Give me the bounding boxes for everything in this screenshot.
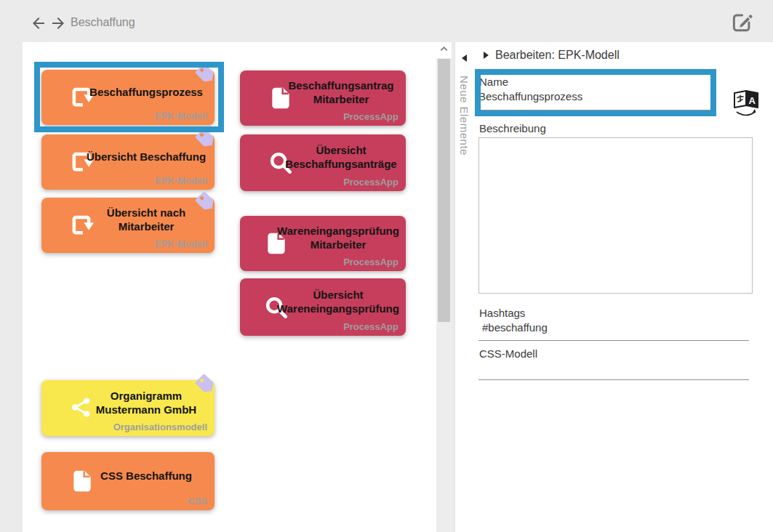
edit-pencil-square-icon [729,26,754,37]
name-input-underline [478,110,711,110]
name-input[interactable] [478,90,709,102]
css-modell-input[interactable] [478,360,749,373]
arrow-right-icon [49,23,67,34]
collapse-left-icon[interactable] [462,55,467,62]
translate-icon: A [730,113,762,124]
scrollbar-thumb[interactable] [438,59,450,322]
tile-uebersicht-beschaffung[interactable]: Übersicht Beschaffung EPK-Modell [41,134,215,190]
svg-text:A: A [749,95,756,106]
tile-type-label: CSS [188,496,207,507]
description-label: Beschreibung [479,122,546,134]
name-label: Name [479,76,508,88]
tile-css-beschaffung[interactable]: CSS Beschaffung CSS [41,452,215,510]
expand-right-icon[interactable] [484,52,489,59]
scroll-up-button[interactable] [436,42,452,58]
css-modell-input-underline [478,379,749,380]
tile-type-label: ProcessApp [343,321,398,332]
tile-type-label: Organisationsmodell [113,422,207,432]
tile-type-label: EPK-Modell [155,110,207,121]
tile-type-label: EPK-Modell [155,175,207,186]
panel-title: Bearbeiten: EPK-Modell [495,49,620,62]
panel-header: Bearbeiten: EPK-Modell [484,49,620,62]
diagram-canvas[interactable]: Beschaffungsprozess EPK-Modell Übersicht… [23,42,436,532]
edit-button[interactable] [729,10,755,35]
back-button[interactable] [30,15,47,32]
vertical-scrollbar[interactable] [436,42,452,532]
topbar: Beschaffung [0,0,773,42]
forward-button[interactable] [49,15,67,32]
tile-organigramm-mustermann[interactable]: Organigramm Mustermann GmbH Organisation… [41,380,215,436]
tile-title: Übersicht Wareneingangsprüfung [273,278,403,326]
tile-title: CSS Beschaffung [81,452,212,500]
hashtags-input-underline [478,340,749,341]
tile-beschaffungsprozess[interactable]: Beschaffungsprozess EPK-Modell [41,70,215,125]
tile-uebersicht-wareneingangspruefung[interactable]: Übersicht Wareneingangsprüfung ProcessAp… [240,278,406,336]
tile-uebersicht-beschaffungsantraege[interactable]: Übersicht Beschaffungsanträge ProcessApp [240,134,406,191]
css-modell-label: CSS-Modell [479,347,537,360]
tile-title: Wareneingangsprüfung Mitarbeiter [273,216,403,261]
tile-title: Beschaffungsantrag Mitarbeiter [279,70,403,116]
tile-title: Übersicht Beschaffungsanträge [279,134,403,181]
edit-panel: Bearbeiten: EPK-Modell Name A Beschreibu… [475,42,773,532]
hashtags-input[interactable] [478,321,749,334]
tile-type-label: ProcessApp [343,177,398,188]
arrow-left-icon [30,23,47,34]
app-window: Beschaffung Beschaffungsprozess EPK-Mode… [0,0,773,532]
tile-type-label: ProcessApp [343,111,398,122]
tile-type-label: EPK-Modell [155,238,207,249]
translate-button[interactable]: A [730,86,762,122]
new-elements-tab[interactable]: Neue Elemente [454,42,475,532]
tile-wareneingangspruefung-mitarbeiter[interactable]: Wareneingangsprüfung Mitarbeiter Process… [240,216,406,271]
description-textarea[interactable] [478,137,753,294]
tile-uebersicht-nach-mitarbeiter[interactable]: Übersicht nach Mitarbeiter EPK-Modell [41,198,215,253]
chevron-up-icon [438,44,449,57]
tile-beschaffungsantrag-mitarbeiter[interactable]: Beschaffungsantrag Mitarbeiter ProcessAp… [240,70,406,126]
breadcrumb-title: Beschaffung [71,16,135,29]
new-elements-label: Neue Elemente [458,76,470,156]
tile-type-label: ProcessApp [343,257,398,267]
hashtags-label: Hashtags [479,307,525,319]
